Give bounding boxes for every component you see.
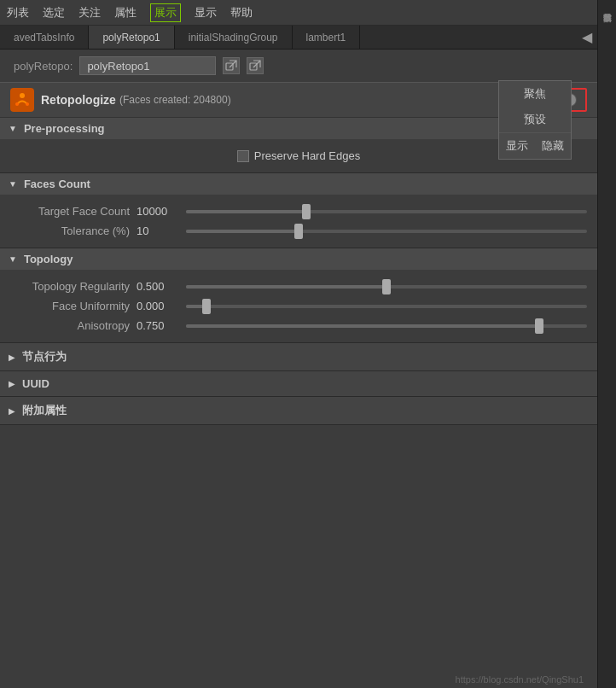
anisotropy-value[interactable]: 0.750: [137, 319, 179, 332]
sidebar-text-1[interactable]: 调节数据显示: [601, 3, 613, 10]
popup-show[interactable]: 显示: [499, 132, 535, 159]
topology-title: Topology: [24, 253, 73, 265]
tab-prev-button[interactable]: ◀: [578, 29, 596, 45]
retopo-title: Retopologize: [41, 93, 116, 107]
face-uniformity-slider[interactable]: [186, 300, 587, 312]
tab-lambert1[interactable]: lambert1: [293, 26, 361, 49]
tolerance-slider[interactable]: [186, 225, 587, 237]
anisotropy-thumb[interactable]: [535, 318, 543, 334]
face-uniformity-row: Face Uniformity 0.000: [0, 296, 597, 316]
anisotropy-slider[interactable]: [186, 320, 587, 332]
popup-hide[interactable]: 隐藏: [535, 132, 571, 159]
preserve-hard-edges-label: Preserve Hard Edges: [254, 149, 360, 162]
tab-initial-shading-group[interactable]: initialShadingGroup: [175, 26, 293, 49]
menu-show[interactable]: 显示: [195, 5, 217, 20]
extra-attr-title: 附加属性: [22, 403, 67, 418]
topology-section: ▼ Topology Topology Regularity 0.500 Fac…: [0, 248, 597, 343]
svg-point-3: [15, 102, 19, 106]
svg-rect-0: [226, 63, 233, 70]
right-sidebar: 调节数据显示: [597, 0, 616, 688]
tolerance-fill: [186, 230, 299, 233]
topology-regularity-slider[interactable]: [186, 281, 587, 293]
target-face-count-thumb[interactable]: [302, 204, 311, 219]
target-face-count-label: Target Face Count: [10, 205, 130, 218]
face-uniformity-value[interactable]: 0.000: [137, 300, 179, 312]
menu-bar: 列表 选定 关注 属性 展示 显示 帮助: [0, 0, 616, 26]
faces-count-title: Faces Count: [24, 178, 90, 190]
faces-count-body: Target Face Count 10000 Tolerance (%) 10: [0, 195, 597, 248]
node-behavior-title: 节点行为: [22, 349, 67, 364]
uuid-section[interactable]: ▶ UUID: [0, 371, 597, 397]
target-face-count-fill: [186, 210, 306, 213]
anisotropy-fill: [186, 324, 539, 328]
node-behavior-section[interactable]: ▶ 节点行为: [0, 343, 597, 371]
tolerance-value[interactable]: 10: [137, 224, 179, 237]
svg-point-2: [20, 93, 25, 98]
popup-preset[interactable]: 预设: [499, 107, 571, 132]
topology-regularity-row: Topology Regularity 0.500: [0, 277, 597, 296]
preprocessing-arrow: ▼: [9, 124, 17, 133]
name-row: polyRetopo: 聚焦 预设 显示 隐藏: [0, 50, 597, 82]
target-face-count-row: Target Face Count 10000: [0, 201, 597, 221]
topology-arrow: ▼: [9, 254, 17, 264]
name-icon-btn-1[interactable]: [223, 57, 240, 74]
menu-attr[interactable]: 属性: [114, 5, 137, 20]
tab-saved-tabs-info[interactable]: avedTabsInfo: [0, 26, 89, 49]
face-uniformity-track: [186, 305, 587, 308]
popup-focus[interactable]: 聚焦: [499, 81, 571, 107]
tolerance-track: [186, 230, 587, 233]
tolerance-thumb[interactable]: [294, 224, 303, 239]
svg-point-4: [26, 102, 29, 106]
tab-bar: avedTabsInfo polyRetopo1 initialShadingG…: [0, 26, 616, 50]
topology-header[interactable]: ▼ Topology: [0, 248, 597, 270]
anisotropy-label: Anisotropy: [10, 319, 130, 332]
topology-regularity-track: [186, 285, 587, 289]
main-content: polyRetopo: 聚焦 预设 显示 隐藏: [0, 50, 597, 425]
svg-rect-1: [250, 63, 257, 70]
popup-menu: 聚焦 预设 显示 隐藏: [498, 80, 572, 160]
tolerance-label: Tolerance (%): [10, 224, 130, 237]
extra-attr-section[interactable]: ▶ 附加属性: [0, 397, 597, 425]
footer: https://blog.csdn.net/QingShu1: [0, 671, 590, 688]
face-uniformity-thumb[interactable]: [202, 299, 211, 314]
popup-show-hide-row: 显示 隐藏: [499, 132, 571, 159]
topology-regularity-fill: [186, 285, 386, 289]
tolerance-row: Tolerance (%) 10: [0, 221, 597, 241]
extra-attr-arrow: ▶: [9, 406, 15, 416]
retopo-subtitle: (Faces created: 204800): [119, 94, 231, 106]
target-face-count-value[interactable]: 10000: [137, 205, 179, 218]
anisotropy-row: Anisotropy 0.750: [0, 316, 597, 335]
faces-count-section: ▼ Faces Count Target Face Count 10000 To…: [0, 173, 597, 248]
menu-list[interactable]: 列表: [7, 5, 29, 20]
uuid-arrow: ▶: [9, 379, 15, 388]
menu-select[interactable]: 选定: [43, 5, 65, 20]
topology-regularity-thumb[interactable]: [382, 279, 391, 294]
faces-count-header[interactable]: ▼ Faces Count: [0, 173, 597, 195]
preprocessing-title: Pre-processing: [24, 122, 105, 135]
footer-url: https://blog.csdn.net/QingShu1: [456, 674, 584, 685]
faces-count-arrow: ▼: [9, 179, 17, 189]
topology-body: Topology Regularity 0.500 Face Uniformit…: [0, 270, 597, 342]
target-face-count-track: [186, 210, 587, 213]
topology-regularity-value[interactable]: 0.500: [137, 280, 179, 293]
topology-regularity-label: Topology Regularity: [10, 280, 130, 293]
menu-focus[interactable]: 关注: [78, 5, 101, 20]
menu-display[interactable]: 展示: [150, 3, 181, 22]
tab-poly-retopo1[interactable]: polyRetopo1: [89, 26, 174, 49]
name-input[interactable]: [79, 56, 216, 75]
name-label: polyRetopo:: [14, 60, 73, 73]
menu-help[interactable]: 帮助: [230, 5, 253, 20]
retopo-icon: [10, 88, 34, 112]
node-behavior-arrow: ▶: [9, 353, 15, 362]
uuid-title: UUID: [22, 377, 49, 390]
preserve-hard-edges-checkbox[interactable]: [237, 150, 249, 162]
anisotropy-track: [186, 324, 587, 328]
target-face-count-slider[interactable]: [186, 206, 587, 218]
name-icon-btn-2[interactable]: [247, 57, 264, 74]
face-uniformity-label: Face Uniformity: [10, 300, 130, 312]
